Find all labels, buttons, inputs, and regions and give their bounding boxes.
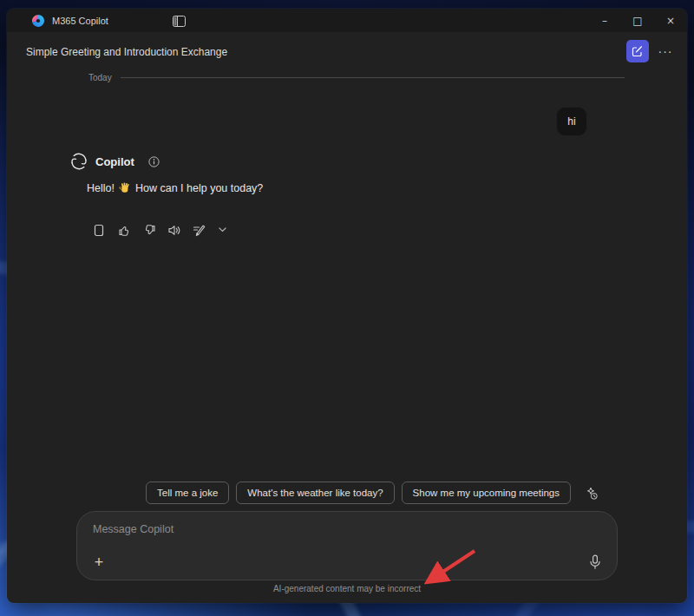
pen-style-icon <box>193 224 206 237</box>
more-actions-chevron-button[interactable] <box>216 221 228 239</box>
add-content-button[interactable]: + <box>89 553 108 572</box>
copilot-avatar-icon <box>69 152 88 171</box>
copy-icon <box>94 224 105 237</box>
sidebar-toggle-button[interactable] <box>168 13 189 29</box>
composer-placeholder: Message Copilot <box>93 523 174 535</box>
thumbs-down-button[interactable] <box>141 221 158 239</box>
microphone-icon <box>589 554 601 570</box>
suggestions-row: Tell me a joke What's the weather like t… <box>146 482 600 504</box>
minimize-button[interactable]: – <box>588 9 621 32</box>
new-chat-button[interactable] <box>626 40 649 62</box>
read-aloud-button[interactable] <box>166 221 183 239</box>
assistant-name: Copilot <box>95 155 134 168</box>
m365-copilot-window: M365 Copilot – □ × Simple Greeting and I… <box>7 9 687 603</box>
maximize-button[interactable]: □ <box>621 9 654 32</box>
copy-button[interactable] <box>90 221 108 239</box>
assistant-header-row: Copilot <box>69 152 160 171</box>
app-title: M365 Copilot <box>52 16 108 26</box>
date-divider-label: Today <box>88 73 112 82</box>
waving-hand-emoji <box>119 182 131 194</box>
compose-icon <box>632 45 644 57</box>
titlebar: M365 Copilot – □ × <box>7 9 687 32</box>
thumbs-up-button[interactable] <box>115 221 133 239</box>
suggestion-chip-joke[interactable]: Tell me a joke <box>146 482 229 504</box>
date-divider: Today <box>88 72 625 82</box>
window-controls: – □ × <box>588 9 687 32</box>
chat-header: Simple Greeting and Introduction Exchang… <box>7 32 687 70</box>
assistant-message: Hello! How can I help you today? <box>87 182 263 194</box>
thumbs-down-icon <box>143 224 156 237</box>
close-button[interactable]: × <box>654 9 687 32</box>
copilot-app-icon <box>31 14 45 28</box>
speaker-icon <box>167 224 181 237</box>
sidebar-toggle-icon <box>173 16 186 27</box>
more-options-button[interactable]: ··· <box>654 40 677 62</box>
message-actions-row <box>90 221 228 239</box>
ai-disclaimer: AI-generated content may be incorrect <box>7 584 687 593</box>
chevron-down-icon <box>219 227 226 233</box>
user-message-bubble: hi <box>556 107 587 136</box>
message-composer[interactable]: Message Copilot + <box>76 511 618 580</box>
suggestion-chip-weather[interactable]: What's the weather like today? <box>236 482 394 504</box>
microphone-button[interactable] <box>586 553 605 572</box>
user-message-text: hi <box>567 115 575 128</box>
assistant-message-greeting: Hello! <box>87 182 115 194</box>
prompt-library-button[interactable] <box>581 483 600 502</box>
date-divider-line <box>121 77 625 78</box>
assistant-message-question: How can I help you today? <box>135 182 263 194</box>
prompt-library-icon <box>584 486 599 501</box>
info-icon[interactable] <box>148 156 160 167</box>
thumbs-up-icon <box>118 224 131 237</box>
conversation-title: Simple Greeting and Introduction Exchang… <box>26 46 227 58</box>
rewrite-style-button[interactable] <box>191 221 208 239</box>
suggestion-chip-meetings[interactable]: Show me my upcoming meetings <box>402 482 571 504</box>
